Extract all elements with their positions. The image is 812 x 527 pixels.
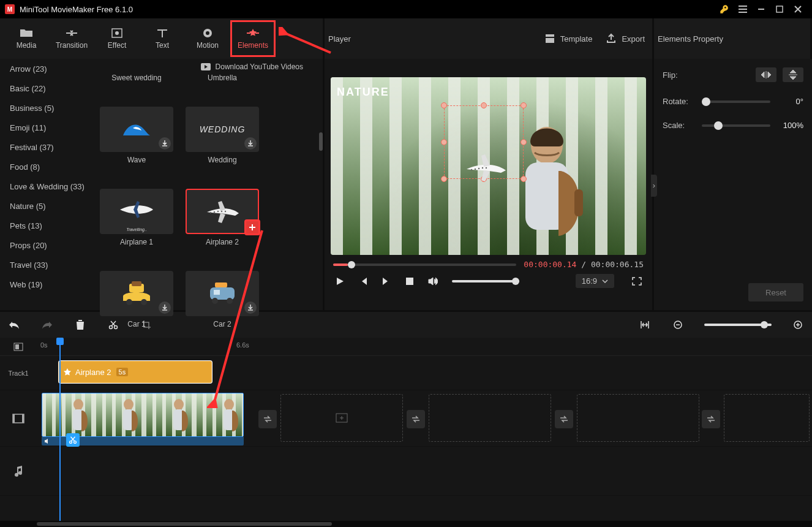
fit-timeline-button[interactable] bbox=[638, 318, 652, 332]
cat-web[interactable]: Web (19) bbox=[0, 275, 95, 294]
menu-icon[interactable] bbox=[734, 0, 752, 18]
svg-point-46 bbox=[224, 399, 234, 410]
transition-slot-2[interactable] bbox=[407, 410, 425, 428]
stop-button[interactable] bbox=[403, 275, 416, 288]
thumb-sweet-wedding[interactable]: Sweet wedding bbox=[100, 74, 173, 82]
svg-rect-30 bbox=[406, 278, 413, 285]
fullscreen-button[interactable] bbox=[630, 275, 644, 288]
redo-button[interactable] bbox=[40, 318, 54, 332]
ruler-tick-end: 6.6s bbox=[236, 341, 249, 349]
crop-button[interactable] bbox=[140, 318, 153, 332]
svg-rect-5 bbox=[247, 32, 250, 34]
cat-nature[interactable]: Nature (5) bbox=[0, 196, 95, 216]
cat-food[interactable]: Food (8) bbox=[0, 157, 95, 176]
empty-slot-2[interactable] bbox=[429, 394, 551, 442]
transition-slot-1[interactable] bbox=[258, 410, 277, 428]
overlay-text-nature: NATURE bbox=[337, 86, 389, 99]
svg-point-20 bbox=[212, 298, 218, 304]
maximize-button[interactable] bbox=[770, 0, 789, 18]
main-tabs: Media Transition Effect Text Motion Elem… bbox=[0, 18, 812, 59]
aspect-ratio-select[interactable]: 16:9 bbox=[576, 274, 614, 288]
undo-button[interactable] bbox=[7, 318, 21, 332]
download-icon[interactable] bbox=[244, 137, 257, 150]
cat-basic[interactable]: Basic (22) bbox=[0, 78, 95, 98]
split-clip-button[interactable] bbox=[66, 433, 80, 447]
video-clip[interactable] bbox=[42, 393, 244, 437]
flip-label: Flip: bbox=[663, 70, 696, 80]
tab-effect[interactable]: Effect bbox=[94, 20, 140, 57]
rotate-slider[interactable] bbox=[702, 100, 770, 103]
delete-button[interactable] bbox=[73, 318, 87, 332]
transition-slot-3[interactable] bbox=[555, 410, 573, 428]
svg-rect-39 bbox=[22, 414, 24, 423]
panel-collapse-handle[interactable]: › bbox=[651, 175, 657, 197]
tab-text[interactable]: Text bbox=[140, 20, 185, 57]
timeline-ruler[interactable]: 0s 6.6s bbox=[0, 338, 812, 356]
cat-pets[interactable]: Pets (13) bbox=[0, 216, 95, 235]
download-youtube-link[interactable]: Download YouTube Videos bbox=[100, 63, 318, 71]
category-list[interactable]: Arrow (23) Basic (22) Business (5) Emoji… bbox=[0, 59, 95, 310]
clip-name: Airplane 2 bbox=[75, 368, 111, 377]
player-header: Player Template Export bbox=[325, 18, 654, 59]
play-button[interactable] bbox=[333, 275, 347, 288]
flip-vertical-button[interactable] bbox=[783, 67, 803, 82]
flip-horizontal-button[interactable] bbox=[756, 67, 776, 82]
playhead[interactable] bbox=[59, 338, 61, 521]
tab-motion[interactable]: Motion bbox=[185, 20, 230, 57]
cat-emoji[interactable]: Emoji (11) bbox=[0, 118, 95, 137]
download-icon[interactable] bbox=[159, 137, 171, 150]
cat-travel[interactable]: Travel (33) bbox=[0, 255, 95, 275]
empty-slot-3[interactable] bbox=[577, 394, 699, 442]
tab-elements[interactable]: Elements bbox=[230, 20, 276, 57]
download-icon[interactable] bbox=[159, 301, 171, 314]
wave-icon bbox=[121, 117, 152, 142]
empty-slot-1[interactable] bbox=[280, 394, 403, 442]
add-element-button[interactable] bbox=[244, 219, 260, 235]
cat-props[interactable]: Props (20) bbox=[0, 235, 95, 255]
timeline-scrollbar[interactable] bbox=[0, 521, 812, 527]
tab-media[interactable]: Media bbox=[4, 20, 49, 57]
cat-business[interactable]: Business (5) bbox=[0, 98, 95, 118]
license-key-icon[interactable] bbox=[715, 0, 734, 18]
preview-viewport[interactable]: NATURE bbox=[331, 77, 646, 255]
transition-slot-4[interactable] bbox=[702, 410, 720, 428]
download-icon[interactable] bbox=[244, 301, 257, 314]
minimize-button[interactable] bbox=[752, 0, 770, 18]
thumbnail-grid: Sweet wedding Umbrella Wave WEDDING bbox=[100, 71, 318, 328]
scale-slider[interactable] bbox=[702, 124, 770, 127]
template-button[interactable]: Template bbox=[541, 31, 596, 47]
reset-button[interactable]: Reset bbox=[748, 283, 803, 301]
audio-strip[interactable] bbox=[42, 437, 244, 445]
ruler-toggle-icon[interactable] bbox=[0, 343, 37, 351]
thumb-scrollbar[interactable] bbox=[319, 132, 323, 151]
zoom-in-button[interactable] bbox=[791, 318, 805, 332]
overlay-airplane-icon[interactable] bbox=[463, 152, 511, 183]
thumb-wedding-text[interactable]: WEDDING Wedding bbox=[186, 107, 259, 164]
zoom-out-button[interactable] bbox=[671, 318, 685, 332]
cat-love-wedding[interactable]: Love & Wedding (33) bbox=[0, 176, 95, 196]
zoom-slider[interactable] bbox=[704, 324, 772, 326]
svg-rect-36 bbox=[15, 344, 19, 349]
tab-transition[interactable]: Transition bbox=[49, 20, 94, 57]
svg-point-28 bbox=[482, 167, 483, 169]
close-button[interactable] bbox=[789, 0, 807, 18]
next-frame-button[interactable] bbox=[380, 275, 393, 288]
thumb-car-1[interactable]: Car 1 bbox=[100, 271, 173, 328]
thumb-umbrella[interactable]: Umbrella bbox=[186, 74, 259, 82]
thumb-airplane-1[interactable]: Travelling.. Airplane 1 bbox=[100, 189, 173, 246]
seek-slider[interactable] bbox=[333, 264, 516, 266]
cat-arrow[interactable]: Arrow (23) bbox=[0, 59, 95, 78]
volume-icon[interactable] bbox=[426, 275, 440, 288]
export-button[interactable]: Export bbox=[602, 31, 648, 47]
thumb-wave[interactable]: Wave bbox=[100, 107, 173, 164]
track-video bbox=[0, 390, 812, 447]
thumb-airplane-2[interactable]: Airplane 2 bbox=[186, 189, 259, 246]
volume-slider[interactable] bbox=[452, 280, 519, 282]
tab-text-label: Text bbox=[156, 41, 169, 50]
thumb-car-2[interactable]: Car 2 bbox=[186, 271, 259, 328]
clip-airplane-2[interactable]: Airplane 2 5s bbox=[59, 361, 212, 383]
prev-frame-button[interactable] bbox=[356, 275, 370, 288]
template-label: Template bbox=[560, 34, 593, 44]
empty-slot-4[interactable] bbox=[724, 394, 810, 442]
cat-festival[interactable]: Festival (37) bbox=[0, 137, 95, 157]
